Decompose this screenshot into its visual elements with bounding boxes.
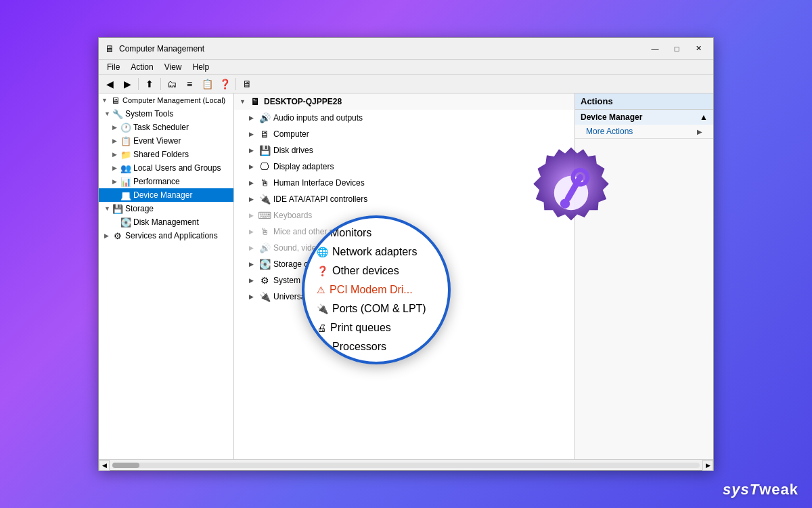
window-controls: — □ ✕	[646, 43, 708, 55]
keyboards-label: Keyboards	[273, 211, 312, 220]
window-title: Computer Management	[119, 44, 646, 54]
device-arrow: ▶	[249, 245, 258, 251]
menu-view[interactable]: View	[159, 61, 187, 73]
bottom-scrollbar: ◀ ▶	[99, 459, 713, 470]
system-tools-icon: 🔧	[112, 108, 123, 119]
audio-icon: 🔊	[258, 112, 271, 124]
tree-root-label: Computer Management (Local)	[122, 96, 225, 104]
maximize-button[interactable]: □	[667, 43, 686, 55]
more-actions-arrow: ▶	[697, 128, 702, 135]
show-hide-button[interactable]: 🗂	[164, 77, 180, 91]
disk-label: Disk drives	[273, 146, 313, 155]
device-arrow: ▶	[249, 277, 258, 284]
event-viewer-label: Event Viewer	[133, 136, 181, 146]
brand-prefix: sys	[723, 481, 750, 498]
processors-icon: 💻	[317, 341, 328, 352]
services-label: Services and Applications	[125, 231, 218, 240]
network-icon: 🌐	[317, 247, 328, 257]
computer-dev-icon: 🖥	[258, 128, 271, 140]
list-button[interactable]: ≡	[181, 77, 198, 91]
hid-icon: 🖱	[258, 177, 271, 189]
system-tools-label: System Tools	[125, 109, 173, 119]
hid-label: Human Interface Devices	[273, 178, 365, 188]
device-arrow: ▶	[249, 163, 258, 170]
toolbar-separator-3	[235, 78, 236, 90]
tree-performance[interactable]: ▶ 📊 Performance	[99, 175, 233, 188]
device-manager-label: Device Manager	[133, 190, 192, 200]
toolbar-separator-2	[160, 78, 161, 90]
chevron-up-icon: ▲	[700, 112, 708, 122]
tree-system-tools[interactable]: ▼ 🔧 System Tools	[99, 107, 233, 121]
tree-arrow: ▶	[112, 165, 120, 171]
tree-arrow: ▶	[112, 124, 120, 131]
computer-management-window: 🖥 Computer Management — □ ✕ File Action …	[98, 37, 714, 471]
toolbar: ◀ ▶ ⬆ 🗂 ≡ 📋 ❓ 🖥	[99, 75, 713, 93]
device-arrow: ▶	[249, 179, 258, 186]
mag-item-pci: ⚠ PCI Modem Dri...	[311, 280, 441, 299]
device-arrow: ▶	[249, 261, 258, 268]
shared-folders-icon: 📁	[120, 149, 131, 160]
mag-item-processors: 💻 Processors	[311, 337, 441, 356]
right-panel-actions: Actions Device Manager ▲ More Actions ▶	[574, 93, 713, 459]
mag-item-ports: 🔌 Ports (COM & LPT)	[311, 299, 441, 318]
computer-icon: 🖥	[110, 95, 120, 106]
display-label: Display adapters	[273, 162, 334, 171]
device-audio[interactable]: ▶ 🔊 Audio inputs and outputs	[234, 110, 574, 126]
tree-shared-folders[interactable]: ▶ 📁 Shared Folders	[99, 148, 233, 161]
local-users-label: Local Users and Groups	[133, 163, 221, 173]
minimize-button[interactable]: —	[646, 43, 664, 55]
shared-folders-label: Shared Folders	[133, 150, 189, 159]
storage-label: Storage	[125, 204, 154, 213]
magnifier-overlay: 🖥 Monitors 🌐 Network adapters ❓ Other de…	[302, 215, 451, 364]
print-icon: 🖨	[317, 322, 326, 333]
tree-device-manager[interactable]: 💻 Device Manager	[99, 188, 233, 202]
tree-root[interactable]: ▼ 🖥 Computer Management (Local)	[99, 93, 233, 107]
event-viewer-icon: 📋	[120, 135, 131, 146]
forward-button[interactable]: ▶	[119, 77, 135, 91]
menu-bar: File Action View Help	[99, 60, 713, 75]
tree-task-scheduler[interactable]: ▶ 🕐 Task Scheduler	[99, 121, 233, 134]
tree-event-viewer[interactable]: ▶ 📋 Event Viewer	[99, 134, 233, 148]
computer-header[interactable]: ▼ 🖥 DESKTOP-QJPPE28	[234, 93, 574, 110]
up-button[interactable]: ⬆	[141, 77, 158, 91]
close-button[interactable]: ✕	[689, 43, 708, 55]
usb-icon: 🔌	[258, 291, 271, 303]
display-button[interactable]: 🖥	[239, 77, 255, 91]
main-content: ▼ 🖥 Computer Management (Local) ▼ 🔧 Syst…	[99, 93, 713, 459]
device-arrow: ▶	[249, 293, 258, 300]
tree-arrow: ▼	[104, 110, 112, 117]
toolbar-separator	[138, 78, 139, 90]
device-arrow: ▶	[249, 114, 258, 121]
tree-disk-management[interactable]: 💽 Disk Management	[99, 215, 233, 229]
tree-services[interactable]: ▶ ⚙ Services and Applications	[99, 229, 233, 242]
scroll-left-button[interactable]: ◀	[99, 460, 110, 471]
tree-arrow: ▶	[112, 137, 120, 144]
scroll-thumb[interactable]	[112, 463, 139, 468]
services-icon: ⚙	[112, 230, 123, 241]
properties-button[interactable]: 📋	[199, 77, 215, 91]
computer-header-icon: 🖥	[249, 96, 261, 108]
storage-ctrl-icon: 💽	[258, 258, 271, 270]
title-bar: 🖥 Computer Management — □ ✕	[99, 38, 713, 60]
disk-management-label: Disk Management	[133, 217, 199, 227]
tree-storage[interactable]: ▼ 💾 Storage	[99, 202, 233, 215]
back-button[interactable]: ◀	[102, 77, 118, 91]
warning-icon: ⚠	[317, 284, 325, 295]
ports-icon: 🔌	[317, 303, 328, 314]
menu-help[interactable]: Help	[187, 61, 215, 73]
scroll-right-button[interactable]: ▶	[702, 460, 713, 471]
local-users-icon: 👥	[120, 163, 131, 173]
menu-file[interactable]: File	[102, 61, 125, 73]
device-arrow: ▶	[249, 131, 258, 137]
device-manager-icon: 💻	[120, 190, 131, 200]
performance-label: Performance	[133, 177, 180, 186]
tree-local-users[interactable]: ▶ 👥 Local Users and Groups	[99, 161, 233, 175]
other-icon: ❓	[317, 266, 328, 276]
ide-label: IDE ATA/ATAPI controllers	[273, 194, 367, 204]
tree-arrow: ▶	[112, 151, 120, 158]
help-button[interactable]: ❓	[217, 77, 233, 91]
menu-action[interactable]: Action	[125, 61, 158, 73]
system-dev-icon: ⚙	[258, 274, 271, 287]
performance-icon: 📊	[120, 176, 131, 187]
computer-name: DESKTOP-QJPPE28	[264, 97, 342, 106]
